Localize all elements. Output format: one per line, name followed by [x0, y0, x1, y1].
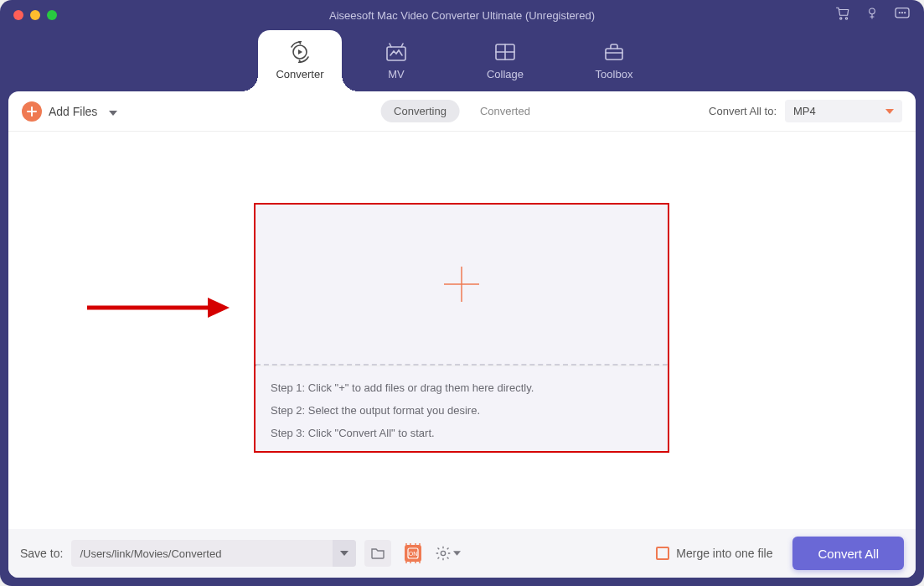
gear-icon [435, 545, 452, 562]
merge-checkbox[interactable]: Merge into one file [656, 547, 772, 560]
tab-toolbox[interactable]: Toolbox [560, 30, 668, 91]
save-to-label: Save to: [20, 547, 63, 560]
chevron-down-icon [885, 109, 894, 114]
svg-point-1 [845, 18, 847, 19]
open-folder-button[interactable] [364, 540, 391, 567]
converter-icon [288, 41, 312, 63]
gpu-icon: ON [400, 541, 426, 566]
tab-mv-label: MV [388, 68, 405, 80]
svg-point-0 [840, 18, 842, 19]
titlebar: Aiseesoft Mac Video Converter Ultimate (… [0, 0, 924, 30]
mv-icon [385, 41, 408, 63]
svg-marker-23 [340, 551, 348, 556]
output-format-dropdown[interactable]: MP4 [785, 100, 902, 122]
content-area: Step 1: Click "+" to add files or drag t… [8, 132, 916, 529]
dropzone-add-area [256, 205, 668, 364]
settings-button[interactable] [435, 545, 461, 562]
plus-icon [441, 263, 483, 305]
convert-all-label: Convert All [818, 547, 879, 561]
tab-collage[interactable]: Collage [451, 30, 560, 91]
app-window: Aiseesoft Mac Video Converter Ultimate (… [0, 0, 924, 586]
svg-marker-18 [885, 109, 894, 114]
convert-all-button[interactable]: Convert All [792, 537, 904, 570]
chevron-down-icon [109, 111, 117, 116]
tab-converter[interactable]: Converter [258, 30, 342, 91]
dropzone-instructions: Step 1: Click "+" to add files or drag t… [256, 366, 668, 451]
tab-collage-label: Collage [487, 68, 524, 80]
bottom-bar: Save to: /Users/link/Movies/Converted ON [8, 529, 916, 578]
tab-converter-label: Converter [276, 68, 323, 80]
svg-point-6 [905, 13, 906, 13]
add-files-label: Add Files [49, 105, 97, 118]
status-tab-converted[interactable]: Converted [467, 100, 544, 122]
folder-icon [370, 547, 385, 560]
svg-marker-36 [453, 551, 461, 555]
annotation-arrow [82, 291, 233, 324]
save-path-value[interactable]: /Users/link/Movies/Converted [71, 547, 333, 560]
feedback-icon[interactable] [894, 7, 911, 23]
svg-marker-20 [208, 298, 230, 318]
main-tabs: Converter MV Collage Toolbox [0, 30, 924, 91]
save-path-field: /Users/link/Movies/Converted [71, 540, 356, 567]
svg-rect-13 [606, 49, 622, 60]
window-title: Aiseesoft Mac Video Converter Ultimate (… [0, 9, 924, 22]
svg-point-35 [441, 551, 446, 555]
tab-toolbox-label: Toolbox [596, 68, 633, 80]
output-format-value: MP4 [793, 105, 816, 117]
svg-text:ON: ON [409, 551, 418, 557]
traffic-lights [13, 10, 57, 20]
merge-label: Merge into one file [676, 547, 772, 560]
cart-icon[interactable] [835, 6, 850, 24]
key-icon[interactable] [865, 6, 879, 24]
svg-point-4 [899, 13, 900, 13]
step-3-text: Step 3: Click "Convert All" to start. [271, 427, 653, 439]
convert-all-to-label: Convert All to: [709, 105, 777, 117]
add-files-button[interactable]: Add Files [22, 101, 97, 122]
checkbox-icon [656, 547, 669, 560]
svg-marker-8 [298, 49, 302, 54]
step-2-text: Step 2: Select the output format you des… [271, 404, 653, 417]
chevron-down-icon [340, 551, 348, 556]
status-tabs: Converting Converted [380, 99, 544, 124]
titlebar-actions [835, 6, 911, 24]
svg-point-5 [902, 13, 903, 13]
save-path-dropdown[interactable] [333, 540, 356, 567]
file-dropzone[interactable]: Step 1: Click "+" to add files or drag t… [254, 203, 669, 453]
gpu-acceleration-button[interactable]: ON [400, 540, 426, 567]
convert-all-to-group: Convert All to: MP4 [709, 100, 902, 122]
plus-icon [22, 101, 42, 122]
add-files-dropdown[interactable] [109, 104, 117, 119]
collage-icon [493, 41, 517, 63]
main-panel: Add Files Converting Converted Convert A… [8, 91, 916, 578]
chevron-down-icon [453, 551, 461, 556]
step-1-text: Step 1: Click "+" to add files or drag t… [271, 381, 653, 394]
toolbox-icon [602, 41, 626, 63]
status-tab-converting[interactable]: Converting [380, 100, 460, 122]
close-window-button[interactable] [13, 10, 23, 20]
minimize-window-button[interactable] [30, 10, 40, 20]
svg-point-2 [870, 8, 875, 14]
sub-toolbar: Add Files Converting Converted Convert A… [8, 91, 916, 132]
svg-marker-17 [109, 111, 117, 116]
maximize-window-button[interactable] [47, 10, 57, 20]
